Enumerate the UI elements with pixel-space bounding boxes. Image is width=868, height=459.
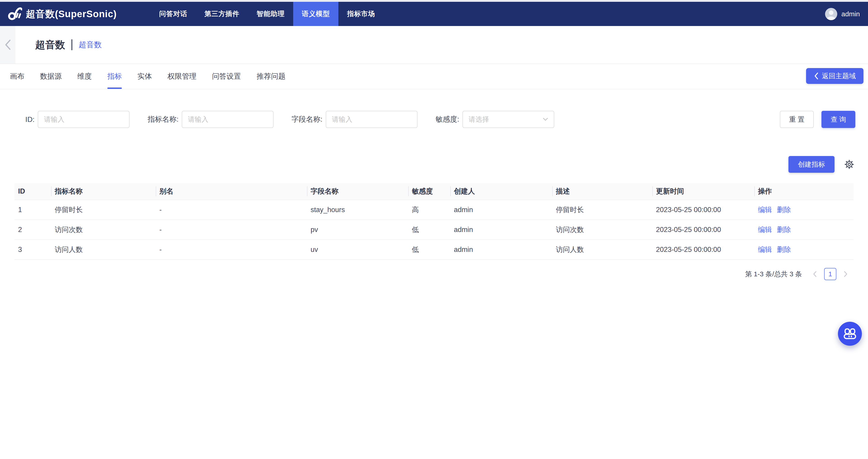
nav-item-metric-market[interactable]: 指标市场 <box>338 2 383 26</box>
table-row: 2 访问次数 - pv 低 admin 访问次数 2023-05-25 00:0… <box>14 220 854 240</box>
sensitivity-select-placeholder: 请选择 <box>469 115 489 124</box>
tab-metric[interactable]: 指标 <box>107 64 122 89</box>
search-button[interactable]: 查 询 <box>822 111 855 128</box>
cell-name: 停留时长 <box>51 200 156 219</box>
column-header-id: ID <box>14 183 51 200</box>
cell-name: 访问人数 <box>51 240 156 259</box>
next-page-button[interactable] <box>839 268 852 280</box>
create-metric-button[interactable]: 创建指标 <box>788 156 835 173</box>
id-filter-label: ID: <box>25 115 35 124</box>
cell-desc: 访问次数 <box>552 220 652 240</box>
table-header-row: ID 指标名称 别名 字段名称 敏感度 创建人 描述 更新时间 操作 <box>14 183 854 200</box>
user-name: admin <box>841 10 860 18</box>
table-toolbar: 创建指标 <box>0 156 868 173</box>
user-avatar-icon <box>825 8 837 20</box>
edit-link[interactable]: 编辑 <box>758 245 772 254</box>
tab-datasource[interactable]: 数据源 <box>40 64 62 89</box>
pagination: 第 1-3 条/总共 3 条 1 <box>0 268 868 280</box>
sensitivity-filter-label: 敏感度: <box>436 114 459 124</box>
metric-name-filter-input[interactable] <box>182 111 274 128</box>
table-settings-button[interactable] <box>844 160 854 169</box>
filter-group-field: 字段名称: <box>291 111 417 128</box>
tab-entity[interactable]: 实体 <box>137 64 152 89</box>
id-filter-input[interactable] <box>38 111 129 128</box>
cell-name: 访问次数 <box>51 220 156 240</box>
breadcrumb: 超音数 超音数 <box>16 26 102 64</box>
nav-item-semantic-model[interactable]: 语义模型 <box>293 2 338 26</box>
cell-alias: - <box>156 200 307 219</box>
back-navigation[interactable] <box>0 26 16 64</box>
chatbot-icon <box>843 327 857 340</box>
edit-link[interactable]: 编辑 <box>758 205 772 215</box>
cell-sensitivity: 高 <box>408 200 450 219</box>
column-header-updated: 更新时间 <box>652 183 754 200</box>
cell-desc: 停留时长 <box>552 200 652 219</box>
reset-button[interactable]: 重 置 <box>780 111 814 128</box>
cell-updated: 2023-05-25 00:00:00 <box>652 220 754 240</box>
gear-icon <box>844 160 854 169</box>
breadcrumb-band: 超音数 超音数 <box>0 26 868 64</box>
delete-link[interactable]: 删除 <box>777 225 791 235</box>
filter-group-sensitivity: 敏感度: 请选择 <box>436 111 554 128</box>
tab-qa-settings[interactable]: 问答设置 <box>212 64 241 89</box>
cell-id: 2 <box>14 220 51 240</box>
tab-recommend[interactable]: 推荐问题 <box>256 64 285 89</box>
model-tabbar: 画布 数据源 维度 指标 实体 权限管理 问答设置 推荐问题 返回主题域 <box>0 64 868 89</box>
pagination-total: 第 1-3 条/总共 3 条 <box>745 270 802 279</box>
table-row: 3 访问人数 - uv 低 admin 访问人数 2023-05-25 00:0… <box>14 240 854 260</box>
cell-actions: 编辑 删除 <box>754 200 854 219</box>
filter-group-name: 指标名称: <box>148 111 274 128</box>
filter-bar: ID: 指标名称: 字段名称: 敏感度: 请选择 重 置 查 询 <box>0 111 868 128</box>
window-top-edge <box>0 0 868 2</box>
page-number-1[interactable]: 1 <box>824 268 836 280</box>
delete-link[interactable]: 删除 <box>777 205 791 215</box>
nav-item-assistant[interactable]: 智能助理 <box>248 2 293 26</box>
back-to-domain-button[interactable]: 返回主题域 <box>806 68 864 84</box>
edit-link[interactable]: 编辑 <box>758 225 772 235</box>
cell-updated: 2023-05-25 00:00:00 <box>652 240 754 259</box>
column-header-desc: 描述 <box>552 183 652 200</box>
column-header-actions: 操作 <box>754 183 854 200</box>
brand-logo[interactable]: 超音数(SuperSonic) <box>0 6 117 22</box>
column-header-field: 字段名称 <box>307 183 408 200</box>
column-header-alias: 别名 <box>156 183 307 200</box>
back-to-domain-label: 返回主题域 <box>822 71 856 81</box>
navbar-user-area[interactable]: admin <box>825 8 868 20</box>
tab-dimension[interactable]: 维度 <box>77 64 92 89</box>
field-name-filter-input[interactable] <box>326 111 417 128</box>
cell-desc: 访问人数 <box>552 240 652 259</box>
column-header-sensitivity: 敏感度 <box>408 183 450 200</box>
nav-item-qa-chat[interactable]: 问答对话 <box>151 2 196 26</box>
supersonic-logo-icon <box>7 6 22 22</box>
cell-field: stay_hours <box>307 200 408 219</box>
chatbot-float-button[interactable] <box>838 322 862 346</box>
tab-canvas[interactable]: 画布 <box>10 64 24 89</box>
cell-updated: 2023-05-25 00:00:00 <box>652 200 754 219</box>
brand-title: 超音数(SuperSonic) <box>26 8 117 20</box>
delete-link[interactable]: 删除 <box>777 245 791 254</box>
top-navbar: 超音数(SuperSonic) 问答对话 第三方插件 智能助理 语义模型 指标市… <box>0 2 868 26</box>
name-filter-label: 指标名称: <box>148 114 179 124</box>
cell-actions: 编辑 删除 <box>754 220 854 240</box>
tab-permission[interactable]: 权限管理 <box>167 64 196 89</box>
column-header-creator: 创建人 <box>450 183 552 200</box>
cell-field: pv <box>307 220 408 240</box>
chevron-left-icon <box>814 72 819 80</box>
cell-alias: - <box>156 220 307 240</box>
breadcrumb-link[interactable]: 超音数 <box>79 39 102 50</box>
sensitivity-select[interactable]: 请选择 <box>463 111 554 128</box>
cell-creator: admin <box>450 240 552 259</box>
cell-sensitivity: 低 <box>408 220 450 240</box>
nav-menu: 问答对话 第三方插件 智能助理 语义模型 指标市场 <box>151 2 383 26</box>
page-title: 超音数 <box>35 38 65 52</box>
filter-group-id: ID: <box>25 111 129 128</box>
next-page-icon <box>844 271 848 277</box>
cell-id: 1 <box>14 200 51 219</box>
prev-page-button[interactable] <box>809 268 821 280</box>
chevron-down-icon <box>543 118 548 121</box>
table-row: 1 停留时长 - stay_hours 高 admin 停留时长 2023-05… <box>14 200 854 220</box>
nav-item-plugins[interactable]: 第三方插件 <box>196 2 248 26</box>
chevron-left-icon <box>4 38 12 51</box>
metric-table: ID 指标名称 别名 字段名称 敏感度 创建人 描述 更新时间 操作 1 停留时… <box>0 183 868 260</box>
field-filter-label: 字段名称: <box>291 114 322 124</box>
